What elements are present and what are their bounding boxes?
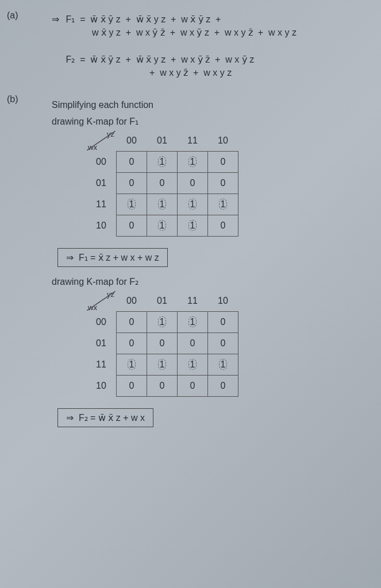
- kmap-cell: 0: [208, 215, 238, 237]
- implies-arrow: ⇒: [66, 413, 74, 423]
- simplify-heading: Simplifying each function: [52, 100, 364, 110]
- col-header: 10: [208, 291, 238, 312]
- plus: +: [126, 14, 131, 24]
- kmap-cell: 1: [117, 354, 147, 376]
- plus: +: [126, 28, 131, 37]
- kmap-cell: 0: [117, 312, 147, 333]
- kmap-cell: 0: [208, 333, 238, 354]
- f2-symbol: F₂: [66, 55, 75, 64]
- kmap-cell: 1: [178, 312, 208, 333]
- plus: +: [215, 55, 220, 64]
- kmap-cell: 0: [208, 152, 238, 173]
- col-header: 11: [178, 130, 208, 152]
- kmap-cell: 1: [178, 194, 208, 215]
- term: w x ȳ z̄: [181, 55, 210, 64]
- kmap-cell: 0: [208, 376, 238, 397]
- kmap-f2: yzwx 00 01 11 10 00 0 1 1 0 01 0 0 0 0 1…: [86, 291, 238, 397]
- plus: +: [171, 55, 176, 64]
- kmap-cell: 0: [147, 333, 178, 354]
- term: w̄ x̄ ȳ z: [90, 14, 120, 24]
- kmap-cell: 0: [147, 173, 178, 194]
- term: w x̄ y z: [92, 28, 121, 37]
- col-header: 01: [147, 291, 178, 312]
- kmap-corner: yzwx: [87, 131, 116, 150]
- f2-result: F₂ = w̄ x̄ z + w x: [79, 413, 145, 423]
- term: w x y z: [268, 28, 297, 37]
- term: w x y z̄: [160, 68, 188, 78]
- term: w̄ x̄ y z: [136, 14, 166, 24]
- kmap-cell: 0: [178, 173, 208, 194]
- plus: +: [126, 55, 131, 64]
- kmap-corner: yzwx: [87, 291, 116, 311]
- kmap-cell: 0: [178, 376, 208, 397]
- term: w̄ x̄ y z: [136, 55, 166, 64]
- draw-f1-heading: drawing K-map for F₁: [52, 116, 364, 127]
- f1-eq-line2: w x̄ y z + w x ȳ z̄ + w x ȳ z + w x y z̄…: [92, 27, 364, 38]
- term: w x y z: [203, 68, 232, 78]
- kmap-f1: yzwx 00 01 11 10 00 0 1 1 0 01 0 0 0 0 1…: [86, 130, 238, 237]
- plus: +: [171, 14, 176, 24]
- row-header: 00: [86, 312, 117, 333]
- kmap-cell: 0: [208, 173, 238, 194]
- f1-symbol: F₁: [66, 14, 75, 24]
- equals: =: [80, 14, 85, 24]
- row-header: 11: [86, 194, 117, 215]
- f2-eq-line2: + w x y z̄ + w x y z: [149, 67, 364, 78]
- part-a-label: (a): [7, 10, 18, 21]
- term: w x ȳ z̄: [136, 28, 165, 37]
- kmap-cell: 1: [208, 194, 238, 215]
- kmap-cell: 1: [147, 215, 178, 237]
- row-header: 00: [86, 152, 117, 173]
- implies-arrow: ⇒: [66, 253, 74, 262]
- part-b-label: (b): [7, 94, 18, 105]
- col-header: 01: [147, 130, 178, 152]
- f1-eq-line1: ⇒ F₁ = w̄ x̄ ȳ z + w̄ x̄ y z + w x̄ ȳ z …: [52, 14, 364, 25]
- f1-result: F₁ = x̄ z + w x + w z: [79, 253, 159, 262]
- axis-wx: wx: [88, 143, 97, 152]
- col-header: 00: [117, 130, 147, 152]
- axis-yz: yz: [107, 290, 114, 299]
- row-header: 01: [86, 333, 117, 354]
- kmap-cell: 1: [147, 354, 178, 376]
- plus: +: [214, 28, 220, 37]
- kmap-cell: 0: [117, 376, 147, 397]
- plus: +: [258, 28, 263, 37]
- plus: +: [149, 68, 155, 78]
- kmap-cell: 1: [178, 152, 208, 173]
- implies-arrow: ⇒: [52, 14, 63, 25]
- plus: +: [193, 68, 198, 78]
- row-header: 01: [86, 173, 117, 194]
- axis-yz: yz: [107, 130, 114, 138]
- plus: +: [215, 14, 221, 24]
- kmap-cell: 1: [208, 354, 238, 376]
- row-header: 11: [86, 354, 117, 376]
- f2-result-box: ⇒ F₂ = w̄ x̄ z + w x: [57, 408, 153, 427]
- term: w x ȳ z: [180, 28, 209, 37]
- col-header: 00: [117, 291, 147, 312]
- term: w x ȳ z: [225, 55, 254, 64]
- kmap-cell: 0: [147, 376, 178, 397]
- row-header: 10: [86, 215, 117, 237]
- kmap-cell: 0: [117, 333, 147, 354]
- plus: +: [170, 28, 175, 37]
- kmap-cell: 0: [117, 215, 147, 237]
- kmap-cell: 0: [178, 333, 208, 354]
- f2-eq-line1: ⇒ F₂ = w̄ x̄ ȳ z + w̄ x̄ y z + w x ȳ z̄ …: [52, 54, 364, 65]
- kmap-cell: 1: [178, 215, 208, 237]
- f1-result-box: ⇒ F₁ = x̄ z + w x + w z: [57, 248, 168, 267]
- axis-wx: wx: [88, 303, 97, 312]
- kmap-cell: 1: [147, 312, 178, 333]
- kmap-cell: 0: [117, 152, 147, 173]
- kmap-cell: 1: [147, 152, 178, 173]
- term: w̄ x̄ ȳ z: [90, 55, 120, 64]
- col-header: 11: [178, 291, 208, 312]
- kmap-cell: 0: [208, 312, 238, 333]
- equals: =: [80, 55, 85, 64]
- kmap-cell: 0: [117, 173, 147, 194]
- kmap-cell: 1: [178, 354, 208, 376]
- row-header: 10: [86, 376, 117, 397]
- kmap-cell: 1: [117, 194, 147, 215]
- term: w x y z̄: [225, 28, 253, 37]
- kmap-cell: 1: [147, 194, 178, 215]
- term: w x̄ ȳ z: [181, 14, 210, 24]
